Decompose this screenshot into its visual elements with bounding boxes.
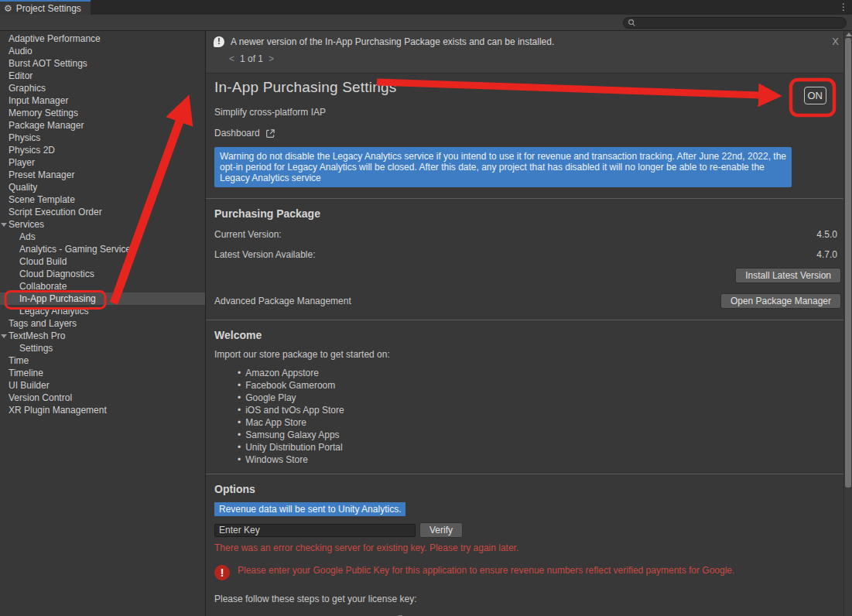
page-subtitle: Simplify cross-platform IAP <box>214 107 852 118</box>
open-package-manager-button[interactable]: Open Package Manager <box>720 293 841 309</box>
sidebar-item-label: In-App Purchasing <box>19 293 96 304</box>
section-heading: Purchasing Package <box>214 207 841 220</box>
pager-prev-button[interactable]: < <box>229 53 234 64</box>
sidebar-item-label: Scene Template <box>9 194 75 205</box>
sidebar-item-label: Collaborate <box>19 281 67 292</box>
sidebar-item-label: Cloud Build <box>19 256 67 267</box>
steps-intro: Please follow these steps to get your li… <box>214 594 841 604</box>
foldout-arrow-icon[interactable] <box>1 334 7 338</box>
sidebar-item-scene-template[interactable]: Scene Template <box>0 193 205 206</box>
search-box[interactable] <box>623 17 847 29</box>
search-input[interactable] <box>636 19 842 28</box>
foldout-arrow-icon[interactable] <box>1 223 7 227</box>
kebab-menu-icon[interactable]: ⋮ <box>839 2 848 12</box>
banner-pager: < 1 of 1 > <box>229 53 844 64</box>
sidebar-item-label: Editor <box>9 70 33 81</box>
sidebar-item-timeline[interactable]: Timeline <box>0 367 205 379</box>
store-name: Google Play <box>245 392 296 403</box>
sidebar-item-preset-manager[interactable]: Preset Manager <box>0 169 205 181</box>
analytics-notice-badge: Revenue data will be sent to Unity Analy… <box>214 502 405 516</box>
sidebar-item-in-app-purchasing[interactable]: In-App Purchasing <box>0 293 205 305</box>
scroll-up-arrow-icon[interactable] <box>846 33 852 36</box>
options-section: Options Revenue data will be sent to Uni… <box>206 474 852 616</box>
search-icon <box>628 19 636 27</box>
sidebar-item-label: Preset Manager <box>9 169 74 180</box>
service-toggle-on-button[interactable]: ON <box>804 87 827 104</box>
pager-next-button[interactable]: > <box>269 53 274 64</box>
advanced-package-management-label: Advanced Package Management <box>214 296 351 306</box>
sidebar-item-player[interactable]: Player <box>0 156 205 169</box>
sidebar-item-graphics[interactable]: Graphics <box>0 82 205 94</box>
sidebar-item-tags-and-layers[interactable]: Tags and Layers <box>0 317 205 330</box>
page-title: In-App Purchasing Settings <box>214 79 852 96</box>
bullet-icon: • <box>238 417 241 428</box>
sidebar-item-analytics-gaming-services[interactable]: Analytics - Gaming Services <box>0 243 205 255</box>
sidebar-item-label: Package Manager <box>9 120 84 131</box>
sidebar-item-label: XR Plugin Management <box>9 405 107 416</box>
error-circle-icon: ! <box>214 565 230 580</box>
sidebar: Adaptive PerformanceAudioBurst AOT Setti… <box>0 31 206 616</box>
sidebar-item-label: Ads <box>19 231 36 242</box>
notification-banner: ! A newer version of the In-App Purchasi… <box>206 31 852 74</box>
store-name: iOS and tvOs App Store <box>245 405 344 416</box>
sidebar-item-services[interactable]: Services <box>0 218 205 231</box>
sidebar-item-collaborate[interactable]: Collaborate <box>0 280 205 293</box>
store-list-item: •Facebook Gameroom <box>214 379 841 392</box>
sidebar-item-textmesh-pro[interactable]: TextMesh Pro <box>0 330 205 342</box>
store-name: Windows Store <box>245 454 308 465</box>
sidebar-item-label: Audio <box>9 46 33 56</box>
sidebar-item-label: Physics <box>9 132 40 143</box>
sidebar-item-label: UI Builder <box>9 380 50 391</box>
latest-version-label: Latest Version Available: <box>214 249 316 260</box>
sidebar-item-package-manager[interactable]: Package Manager <box>0 119 205 132</box>
tab-title: Project Settings <box>16 3 81 14</box>
store-list-item: •Windows Store <box>214 453 841 466</box>
sidebar-item-editor[interactable]: Editor <box>0 70 205 82</box>
install-latest-version-button[interactable]: Install Latest Version <box>735 268 841 283</box>
sidebar-item-ads[interactable]: Ads <box>0 231 205 243</box>
purchasing-package-section: Purchasing Package Current Version: 4.5.… <box>206 199 852 309</box>
sidebar-item-input-manager[interactable]: Input Manager <box>0 94 205 107</box>
sidebar-item-physics-2d[interactable]: Physics 2D <box>0 144 205 156</box>
sidebar-item-label: TextMesh Pro <box>9 330 65 341</box>
bullet-icon: • <box>238 368 241 378</box>
sidebar-item-settings[interactable]: Settings <box>0 342 205 354</box>
sidebar-item-adaptive-performance[interactable]: Adaptive Performance <box>0 33 205 45</box>
banner-close-button[interactable]: X <box>832 36 839 47</box>
sidebar-item-memory-settings[interactable]: Memory Settings <box>0 107 205 119</box>
verify-button[interactable]: Verify <box>419 522 463 538</box>
vertical-scrollbar[interactable] <box>843 31 852 616</box>
sidebar-item-burst-aot-settings[interactable]: Burst AOT Settings <box>0 57 205 70</box>
section-heading: Options <box>214 483 841 495</box>
sidebar-item-quality[interactable]: Quality <box>0 181 205 193</box>
sidebar-item-audio[interactable]: Audio <box>0 45 205 57</box>
sidebar-item-label: Services <box>9 219 44 230</box>
settings-content: In-App Purchasing Settings Simplify cros… <box>206 74 852 616</box>
sidebar-item-cloud-diagnostics[interactable]: Cloud Diagnostics <box>0 268 205 280</box>
sidebar-item-label: Graphics <box>9 83 46 94</box>
sidebar-item-version-control[interactable]: Version Control <box>0 392 205 404</box>
welcome-section: Welcome Import our store package to get … <box>206 320 852 466</box>
tab-project-settings[interactable]: ⚙ Project Settings <box>0 0 91 15</box>
store-name: Unity Distribution Portal <box>245 442 342 453</box>
sidebar-item-label: Version Control <box>9 392 72 403</box>
store-name: Samsung Galaxy Apps <box>245 429 339 440</box>
external-link-icon <box>265 128 275 139</box>
sidebar-item-physics[interactable]: Physics <box>0 132 205 144</box>
license-key-input[interactable] <box>214 524 416 537</box>
store-list-item: •Samsung Galaxy Apps <box>214 429 841 441</box>
sidebar-item-xr-plugin-management[interactable]: XR Plugin Management <box>0 404 205 416</box>
sidebar-item-time[interactable]: Time <box>0 354 205 367</box>
store-list-item: •Google Play <box>214 392 841 404</box>
scrollbar-thumb[interactable] <box>845 38 851 488</box>
sidebar-item-cloud-build[interactable]: Cloud Build <box>0 255 205 268</box>
dashboard-link[interactable]: Dashboard <box>214 128 275 139</box>
main-panel: ! A newer version of the In-App Purchasi… <box>206 31 852 616</box>
sidebar-item-script-execution-order[interactable]: Script Execution Order <box>0 206 205 218</box>
bullet-icon: • <box>238 429 241 440</box>
sidebar-item-ui-builder[interactable]: UI Builder <box>0 379 205 392</box>
sidebar-item-label: Tags and Layers <box>9 318 77 329</box>
sidebar-item-legacy-analytics[interactable]: Legacy Analytics <box>0 305 205 317</box>
store-list-item: •iOS and tvOs App Store <box>214 404 841 416</box>
bullet-icon: • <box>238 405 241 416</box>
